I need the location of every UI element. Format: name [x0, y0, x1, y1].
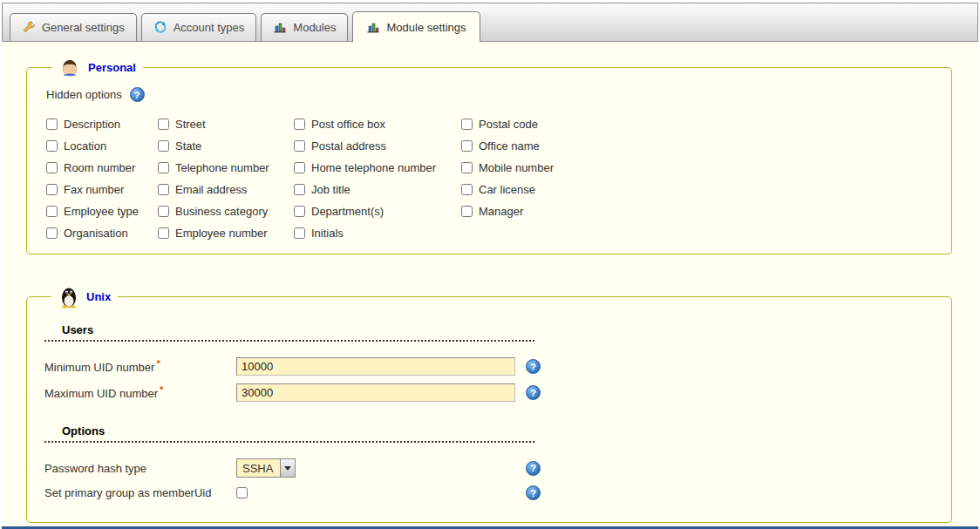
checkbox[interactable]: [46, 162, 58, 173]
tab-general-settings[interactable]: General settings: [10, 13, 137, 41]
lam-configuration-page: General settings Account types Modules M…: [0, 0, 980, 529]
checkbox-label: Organisation: [64, 227, 128, 240]
checkbox[interactable]: [46, 184, 58, 195]
checkbox[interactable]: [461, 162, 473, 173]
required-marker: *: [160, 384, 163, 395]
checkbox-item-office-name[interactable]: Office name: [461, 139, 723, 153]
checkbox-label: Postal code: [479, 118, 538, 131]
tab-bar: General settings Account types Modules M…: [2, 3, 978, 42]
checkbox-label: Mobile number: [479, 161, 554, 174]
checkbox[interactable]: [158, 206, 169, 217]
checkbox-label: Department(s): [311, 205, 384, 218]
sync-arrows-icon: [153, 20, 167, 34]
checkbox-item-job-title[interactable]: Job title: [294, 183, 461, 196]
checkbox[interactable]: [461, 184, 473, 195]
checkbox-item-room-number[interactable]: Room number: [46, 161, 158, 174]
checkbox[interactable]: [461, 140, 473, 152]
personal-legend-label: Personal: [88, 61, 136, 74]
checkbox[interactable]: [158, 119, 169, 130]
help-icon[interactable]: ?: [526, 385, 541, 400]
checkbox-item-postal-address[interactable]: Postal address: [294, 139, 461, 153]
bar-chart-icon: [366, 20, 380, 34]
checkbox[interactable]: [294, 140, 305, 152]
password-hash-selected-value: SSHA: [237, 459, 280, 477]
checkbox-item-employee-number[interactable]: Employee number: [158, 227, 294, 240]
help-icon[interactable]: ?: [526, 461, 541, 476]
options-heading-label: Options: [62, 424, 105, 437]
checkbox[interactable]: [294, 227, 305, 239]
checkbox[interactable]: [46, 140, 58, 152]
personal-legend: Personal: [51, 56, 143, 78]
checkbox-item-state[interactable]: State: [158, 139, 294, 153]
checkbox-item-employee-type[interactable]: Employee type: [46, 205, 158, 218]
checkbox[interactable]: [461, 206, 473, 217]
checkbox-item-fax-number[interactable]: Fax number: [46, 183, 158, 196]
checkbox-item-description[interactable]: Description: [46, 118, 158, 131]
checkbox-label: Manager: [479, 205, 523, 218]
member-uid-checkbox[interactable]: [236, 487, 248, 498]
checkbox-item-mobile-number[interactable]: Mobile number: [461, 161, 723, 174]
checkbox-label: Home telephone number: [311, 161, 436, 174]
hidden-options-grid: Description Street Post office box Posta…: [46, 118, 936, 240]
checkbox-label: Street: [175, 118, 206, 131]
checkbox[interactable]: [46, 119, 58, 130]
options-section-heading: Options: [44, 424, 534, 443]
wrench-icon: [22, 20, 36, 34]
checkbox[interactable]: [158, 184, 169, 195]
checkbox-item-telephone-number[interactable]: Telephone number: [158, 161, 294, 174]
checkbox-label: Employee type: [64, 205, 139, 218]
password-hash-row: Password hash type SSHA ?: [44, 458, 936, 478]
member-uid-label: Set primary group as memberUid: [44, 486, 236, 499]
tab-modules[interactable]: Modules: [261, 13, 348, 41]
checkbox[interactable]: [461, 119, 473, 130]
checkbox[interactable]: [294, 162, 305, 173]
min-uid-input[interactable]: [236, 357, 515, 376]
checkbox-label: Fax number: [64, 183, 124, 196]
help-icon[interactable]: ?: [130, 87, 145, 102]
checkbox-label: Business category: [175, 205, 268, 218]
checkbox-item-departments[interactable]: Department(s): [294, 205, 461, 218]
checkbox-item-post-office-box[interactable]: Post office box: [294, 118, 461, 131]
tab-module-settings[interactable]: Module settings: [352, 11, 480, 42]
max-uid-label: Maximum UID number*: [44, 384, 236, 400]
personal-fieldset: Personal Hidden options ? Description St…: [26, 56, 952, 254]
checkbox-label: Email address: [175, 183, 247, 196]
bar-chart-icon: [273, 20, 287, 34]
unix-fieldset: Unix Users Minimum UID number* ? Maximum…: [26, 284, 952, 523]
checkbox-item-car-license[interactable]: Car license: [461, 183, 723, 196]
required-marker: *: [156, 358, 160, 369]
checkbox[interactable]: [46, 206, 58, 217]
checkbox[interactable]: [294, 206, 305, 217]
checkbox[interactable]: [294, 119, 305, 130]
checkbox-label: Job title: [311, 183, 350, 196]
checkbox[interactable]: [158, 227, 169, 239]
checkbox[interactable]: [46, 227, 58, 239]
hidden-options-row: Hidden options ?: [46, 87, 936, 102]
checkbox-label: Office name: [479, 139, 540, 153]
max-uid-input[interactable]: [236, 383, 515, 402]
checkbox-label: Initials: [311, 227, 344, 240]
person-icon: [58, 56, 81, 78]
dropdown-arrow-icon[interactable]: [280, 459, 295, 477]
checkbox-item-organisation[interactable]: Organisation: [46, 227, 158, 240]
checkbox-item-home-telephone-number[interactable]: Home telephone number: [294, 161, 461, 174]
checkbox-item-postal-code[interactable]: Postal code: [461, 118, 723, 131]
checkbox-item-business-category[interactable]: Business category: [158, 205, 294, 218]
tab-label: General settings: [42, 21, 125, 34]
checkbox-label: Car license: [479, 183, 535, 196]
checkbox-label: Postal address: [311, 139, 386, 153]
password-hash-select[interactable]: SSHA: [236, 458, 296, 478]
checkbox[interactable]: [158, 140, 169, 152]
checkbox-item-street[interactable]: Street: [158, 118, 294, 131]
checkbox-item-initials[interactable]: Initials: [294, 227, 461, 240]
help-icon[interactable]: ?: [526, 485, 541, 500]
help-icon[interactable]: ?: [526, 359, 541, 374]
checkbox[interactable]: [294, 184, 305, 195]
password-hash-label: Password hash type: [44, 462, 236, 475]
tab-label: Account types: [174, 21, 245, 34]
checkbox[interactable]: [158, 162, 169, 173]
checkbox-item-manager[interactable]: Manager: [461, 205, 723, 218]
checkbox-item-location[interactable]: Location: [46, 139, 158, 153]
tab-account-types[interactable]: Account types: [141, 13, 257, 41]
checkbox-item-email-address[interactable]: Email address: [158, 183, 294, 196]
